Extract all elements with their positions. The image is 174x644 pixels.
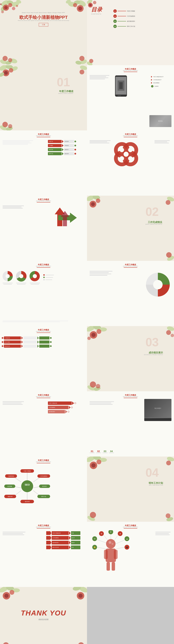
floral-sec3-tl: [87, 326, 114, 350]
svg-point-130: [90, 512, 96, 518]
slide-19-thankyou: THANK YOU 感谢您的观看: [0, 587, 87, 644]
svg-line-157: [97, 540, 106, 543]
title-underline-15: [37, 463, 50, 463]
pie-chart-1: [2, 270, 14, 282]
floral-sec1-bl: [0, 114, 20, 130]
svg-rect-137: [104, 550, 108, 559]
slide11-subtitle: ANNUAL WORK SUMMARY: [36, 331, 51, 332]
slide13-text: [2, 401, 26, 406]
slide-subtitle: Please click add and collect together th…: [16, 20, 71, 21]
menu-line-1: [118, 11, 126, 11]
slide-13-stacked: 年度工作概述 ANNUAL WORK SUMMARY 年度工作概述内容 工作完成…: [0, 391, 87, 456]
floral-sec1-tr: [70, 65, 87, 79]
slides-container: Small Pure And Fresh And Green Water Dro…: [0, 0, 174, 644]
svg-text:关键词优化: 关键词优化: [8, 476, 14, 477]
slide7-subtitle: ANNUAL WORK SUMMARY: [36, 200, 51, 202]
section-title-02: 工作完成情况: [148, 221, 162, 224]
svg-text:🔔: 🔔: [94, 546, 96, 548]
slide-14-laptop: 年度工作概述 ANNUAL WORK SUMMARY 笔记本图片 01 02: [87, 391, 174, 456]
floral-ty-tl: [0, 587, 27, 611]
menu-num-2: 02: [113, 14, 117, 18]
slide-3-section01: 01 年度工作概述 ANNUAL WORK SUMMARY: [0, 65, 87, 130]
svg-point-96: [170, 334, 174, 337]
floral-sec4-br: [154, 505, 174, 522]
svg-point-169: [10, 590, 14, 595]
svg-point-17: [73, 3, 77, 7]
slide-17-rightarrows: 年度工作概述 ANNUAL WORK SUMMARY 年度工作概述内容 完成 工…: [0, 522, 87, 587]
slide-15-seo: 年度工作概述 ANNUAL WORK SUMMARY SEO 年度工作概述: [0, 456, 87, 522]
svg-point-127: [92, 463, 96, 468]
slide-6-knot: 年度工作概述 ANNUAL WORK SUMMARY: [87, 130, 174, 196]
svg-point-32: [89, 59, 93, 63]
seo-svg: SEO 年度工作概述 工作完成情况 成功展示 明年计划: [4, 465, 51, 508]
svg-point-178: [78, 642, 84, 644]
menu-item-3: 03 成功项目展示: [113, 20, 135, 23]
svg-point-168: [4, 594, 8, 598]
svg-point-76: [19, 274, 23, 278]
svg-text:📱: 📱: [126, 546, 128, 548]
svg-rect-140: [112, 562, 115, 571]
svg-point-135: [106, 539, 116, 548]
floral-contents-bl: [87, 53, 100, 65]
title-underline-10: [124, 267, 137, 268]
slide-11-hbars: 年度工作概述 ANNUAL WORK SUMMARY 1 工作概述内容 ✓ 2 …: [0, 326, 87, 391]
svg-text:♥: ♥: [110, 531, 111, 533]
floral-br-decoration: [66, 48, 87, 65]
large-pie-svg: 01 02: [145, 268, 170, 298]
slide15-subtitle: ANNUAL WORK SUMMARY: [36, 461, 51, 462]
slide9-subtitle: ANNUAL WORK SUMMARY: [36, 266, 51, 267]
svg-text:☁: ☁: [126, 538, 128, 540]
title-underline-5: [37, 137, 50, 137]
section-title-03: 成功项目展示: [149, 351, 163, 354]
menu-num-3: 03: [113, 20, 117, 23]
svg-point-173: [78, 594, 82, 598]
slide17-subtitle: ANNUAL WORK SUMMARY: [36, 526, 51, 528]
svg-text:明年计划: 明年计划: [41, 496, 46, 497]
floral-ty-bl: [0, 632, 24, 644]
slide11-bars: 1 工作概述内容 ✓ 2 年度工作概述 ✓ 3 项目展示内容: [2, 336, 85, 349]
svg-point-38: [9, 68, 13, 72]
svg-point-44: [80, 65, 87, 71]
floral-sec1-tl: [0, 65, 26, 87]
svg-point-10: [0, 4, 2, 5]
menu-line-3: [118, 21, 126, 22]
svg-point-6: [8, 3, 12, 7]
menu-label-2: 工作完成情况: [127, 15, 135, 17]
svg-line-158: [104, 535, 108, 540]
title-underline-17: [37, 528, 50, 528]
svg-point-16: [78, 6, 82, 10]
section-subtitle-02: WORK COMPLETION STATUS: [145, 224, 162, 225]
floral-sec4-bl: [87, 503, 109, 522]
svg-point-56: [120, 148, 124, 152]
floral-sec2-br: [154, 244, 174, 261]
slide5-subtitle: ANNUAL WORK SUMMARY: [36, 135, 51, 136]
svg-rect-138: [114, 550, 118, 559]
contents-title-cn: 目录: [91, 6, 102, 14]
slide-4-phone: 年度工作概述 ANNUAL WORK SUMMARY: [87, 65, 174, 130]
svg-point-93: [96, 384, 100, 388]
svg-point-30: [93, 1, 96, 4]
slide10-text: [90, 270, 115, 276]
brain-diagram: ✉ ⚙ ♥ ★ ☁ 📱 🔔: [90, 530, 132, 575]
slide14-text: [90, 401, 117, 406]
report-button[interactable]: 汇报: [39, 23, 48, 26]
svg-point-128: [96, 460, 101, 464]
section-num-02: 02: [146, 205, 159, 218]
svg-text:02: 02: [166, 286, 168, 288]
svg-point-80: [153, 280, 162, 290]
menu-num-1: 01: [113, 9, 117, 13]
section-subtitle-04: NEXT YEAR WORK PLAN: [149, 484, 163, 486]
svg-text:SEO: SEO: [25, 483, 30, 486]
section-subtitle-03: SUCCESSFUL PROJECT DISPLAY: [144, 354, 163, 355]
svg-line-163: [116, 547, 124, 549]
slide7-text: [2, 205, 26, 209]
phone-svg: [114, 76, 128, 98]
svg-line-162: [97, 547, 106, 549]
svg-rect-51: [119, 82, 123, 89]
knot-shape: [112, 140, 140, 168]
arrows-svg: [46, 204, 80, 238]
svg-text:年度工作概述: 年度工作概述: [24, 470, 31, 472]
svg-point-26: [79, 56, 84, 61]
svg-point-72: [166, 200, 170, 205]
svg-point-42: [2, 122, 8, 127]
